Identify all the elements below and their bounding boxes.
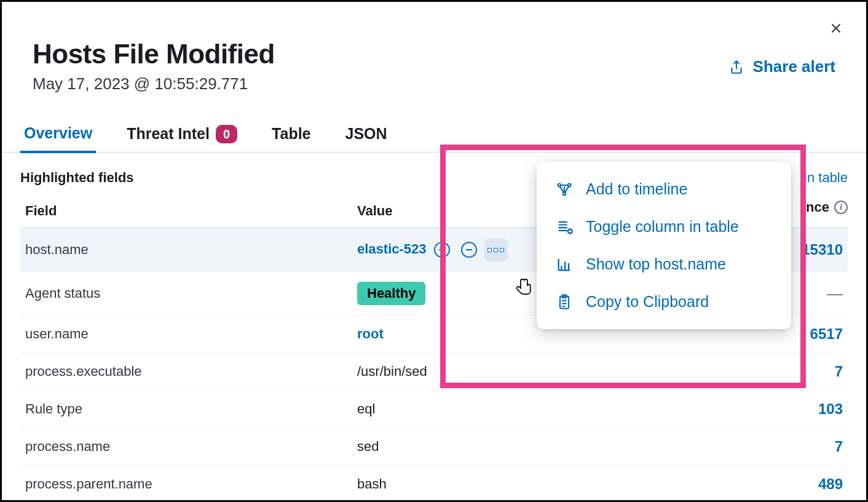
table-row: process.executable/usr/bin/sed7 <box>20 353 848 391</box>
field-name: Rule type <box>20 391 352 428</box>
more-actions-button[interactable] <box>484 238 508 261</box>
svg-point-0 <box>558 183 561 186</box>
info-icon[interactable]: i <box>834 201 848 214</box>
share-icon <box>728 59 744 75</box>
col-field: Field <box>20 197 352 228</box>
clipboard-icon <box>555 293 574 311</box>
right-column-link[interactable]: in table <box>804 170 848 186</box>
timeline-icon <box>555 181 574 198</box>
page-title: Hosts File Modified <box>33 39 835 70</box>
field-value: bash <box>352 466 762 503</box>
tab-threat-intel-label: Threat Intel <box>127 125 210 143</box>
field-value: /usr/bin/sed <box>352 353 762 391</box>
field-name: process.executable <box>20 353 352 391</box>
field-name: Agent status <box>20 272 352 316</box>
filter-in-button[interactable] <box>430 238 454 261</box>
tab-threat-intel[interactable]: Threat Intel 0 <box>123 124 241 152</box>
cell-actions-popover: Add to timeline Toggle column in table S… <box>537 162 791 329</box>
popover-add-to-timeline[interactable]: Add to timeline <box>537 170 791 208</box>
tab-overview[interactable]: Overview <box>20 124 96 153</box>
share-alert-button[interactable]: Share alert <box>728 57 835 76</box>
svg-point-2 <box>563 192 566 195</box>
right-column-header: nce i <box>806 199 848 215</box>
svg-point-1 <box>568 183 571 186</box>
prevalence-value[interactable]: 489 <box>762 466 848 503</box>
field-name: user.name <box>20 316 352 353</box>
prevalence-value[interactable]: 7 <box>762 428 848 466</box>
field-name: host.name <box>20 228 352 272</box>
share-alert-label: Share alert <box>753 57 835 76</box>
threat-intel-badge: 0 <box>216 125 237 143</box>
minus-circle-icon <box>461 242 477 258</box>
prevalence-value[interactable]: 7 <box>762 353 848 391</box>
tab-json[interactable]: JSON <box>342 124 391 152</box>
filter-out-button[interactable] <box>457 238 481 261</box>
field-name: process.parent.name <box>20 466 352 503</box>
plus-circle-icon <box>434 242 450 258</box>
field-value: eql <box>352 391 762 428</box>
tab-table[interactable]: Table <box>268 124 314 152</box>
overflow-icon <box>487 248 504 252</box>
popover-copy-clipboard[interactable]: Copy to Clipboard <box>537 283 791 321</box>
alert-timestamp: May 17, 2023 @ 10:55:29.771 <box>33 74 835 94</box>
toggle-column-icon <box>555 218 574 236</box>
table-row: Rule typeeql103 <box>20 391 848 428</box>
table-row: process.parent.namebash489 <box>20 466 848 503</box>
table-row: process.namesed7 <box>20 428 848 466</box>
status-badge: Healthy <box>357 282 425 305</box>
field-name: process.name <box>20 428 352 466</box>
popover-show-top[interactable]: Show top host.name <box>537 245 791 283</box>
bar-chart-icon <box>555 256 574 273</box>
prevalence-value[interactable]: 103 <box>762 391 848 428</box>
field-value: sed <box>352 428 762 466</box>
close-icon[interactable] <box>828 20 844 39</box>
tabs-bar: Overview Threat Intel 0 Table JSON <box>2 100 866 153</box>
popover-toggle-column[interactable]: Toggle column in table <box>537 208 791 245</box>
